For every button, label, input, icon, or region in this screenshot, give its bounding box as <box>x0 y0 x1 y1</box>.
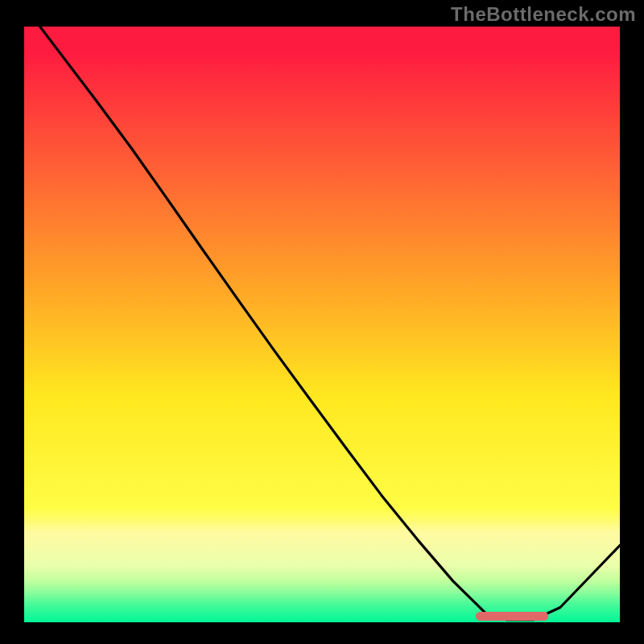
curve-path <box>24 27 620 620</box>
optimal-range-marker <box>476 612 548 621</box>
plot-area <box>24 27 620 622</box>
watermark-text: TheBottleneck.com <box>451 3 636 26</box>
bottleneck-curve <box>24 27 620 622</box>
chart-frame: TheBottleneck.com <box>0 0 644 644</box>
